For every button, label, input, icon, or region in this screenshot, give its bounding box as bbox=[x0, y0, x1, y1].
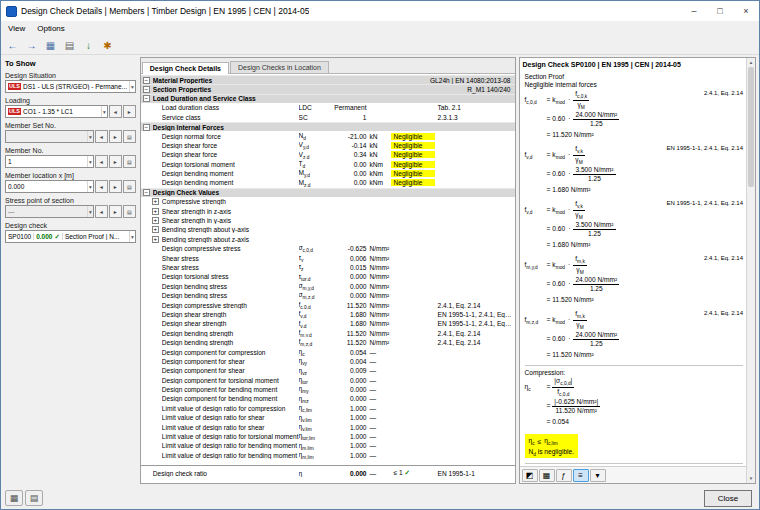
table-row[interactable]: Design component for compressionηc0.054— bbox=[141, 347, 515, 356]
table-row[interactable]: Design bending strengthfm,y,d11.520N/mm²… bbox=[141, 329, 515, 338]
table-row[interactable]: Design compressive stressσc,0,d-0.625N/m… bbox=[141, 244, 515, 253]
previous-location-button[interactable]: ◄ bbox=[95, 180, 108, 193]
member-set-select[interactable]: ▾ bbox=[5, 130, 94, 143]
scroll-thumb[interactable] bbox=[748, 67, 754, 187]
menu-item-view[interactable]: View bbox=[8, 24, 25, 33]
table-row[interactable]: Design component for bending momentηmy0.… bbox=[141, 385, 515, 394]
member-set-list-button[interactable]: ▤ bbox=[123, 130, 136, 143]
close-button[interactable]: Close bbox=[704, 490, 752, 507]
expander-icon[interactable]: + bbox=[152, 198, 159, 205]
table-row[interactable]: Design bending strengthfm,z,d11.520N/mm²… bbox=[141, 338, 515, 347]
expander-icon[interactable]: + bbox=[152, 236, 159, 243]
tab-design-check-details[interactable]: Design Check Details bbox=[142, 62, 229, 74]
scroll-up-icon[interactable]: ▲ bbox=[747, 58, 755, 67]
panel-toggle-button[interactable]: ▦ bbox=[5, 490, 23, 506]
table-row[interactable]: Design component for torsional momentηto… bbox=[141, 376, 515, 385]
member-location-select[interactable]: 0.000 ▾ bbox=[5, 180, 94, 193]
settings-icon[interactable]: ✱ bbox=[99, 37, 116, 53]
table-row[interactable]: Design component for shearηvz0.009— bbox=[141, 366, 515, 375]
table-row[interactable]: Design component for bending momentηmz0.… bbox=[141, 394, 515, 403]
loading-select[interactable]: ULS CO1 - 1.35 * LC1 ▾ bbox=[5, 105, 108, 118]
table-row[interactable]: +Compressive strength bbox=[141, 197, 515, 206]
location-list-button[interactable]: ▤ bbox=[123, 180, 136, 193]
previous-member-button[interactable]: ◄ bbox=[95, 155, 108, 168]
table-row[interactable]: Design bending stressσm,y,d0.000N/mm² bbox=[141, 282, 515, 291]
table-row[interactable]: Design torsional stressτtor,d0.000N/mm² bbox=[141, 272, 515, 281]
table-row[interactable]: Design shear strengthfv,d1.680N/mm²EN 19… bbox=[141, 319, 515, 328]
previous-loading-button[interactable]: ◄ bbox=[109, 105, 122, 118]
expander-icon[interactable]: − bbox=[143, 86, 150, 93]
member-list-button[interactable]: ▤ bbox=[123, 155, 136, 168]
table-row[interactable]: Design normal forceNd-21.00kNNegligible bbox=[141, 131, 515, 140]
expander-icon[interactable]: − bbox=[143, 189, 150, 196]
expander-icon[interactable]: + bbox=[152, 217, 159, 224]
group-row[interactable]: −Material PropertiesGL24h | EN 14080:201… bbox=[141, 75, 515, 84]
table-row[interactable]: Design shear forceVz,d0.34kNNegligible bbox=[141, 150, 515, 159]
table-row[interactable]: Design shear strengthfv,d1.680N/mm²EN 19… bbox=[141, 310, 515, 319]
expander-icon[interactable]: − bbox=[143, 95, 150, 102]
next-member-button[interactable]: ► bbox=[109, 155, 122, 168]
table-row[interactable]: Design bending momentMy,d0.00kNmNegligib… bbox=[141, 169, 515, 178]
expander-icon[interactable]: − bbox=[143, 124, 150, 131]
table-row[interactable]: +Shear strength in y-axis bbox=[141, 216, 515, 225]
stress-point-select[interactable]: — ▾ bbox=[5, 205, 94, 218]
group-row[interactable]: −Design Check Values bbox=[141, 188, 515, 197]
table-row[interactable]: Design shear forceVy,d-0.14kNNegligible bbox=[141, 141, 515, 150]
table-row[interactable]: Shear stressτz0.015N/mm² bbox=[141, 263, 515, 272]
previous-stress-point-button[interactable]: ◄ bbox=[95, 205, 108, 218]
minimize-button[interactable]: – bbox=[681, 1, 707, 21]
table-row[interactable]: Limit value of design ratio for shearηv,… bbox=[141, 413, 515, 422]
table-row[interactable]: Shear stressτy0.006N/mm² bbox=[141, 253, 515, 262]
expander-icon[interactable]: + bbox=[152, 208, 159, 215]
stress-point-diagram-icon[interactable]: ◩ bbox=[522, 469, 538, 482]
maximize-button[interactable]: □ bbox=[707, 1, 733, 21]
group-row[interactable]: −Section PropertiesR_M1 140/240 bbox=[141, 84, 515, 93]
title-bar[interactable]: Design Check Details | Members | Timber … bbox=[1, 1, 759, 21]
export-icon[interactable]: ↓ bbox=[80, 37, 97, 53]
scroll-down-icon[interactable]: ▼ bbox=[747, 474, 755, 483]
close-window-button[interactable]: × bbox=[733, 1, 759, 21]
expander-icon[interactable]: + bbox=[152, 226, 159, 233]
table-row[interactable]: Limit value of design ratio for bending … bbox=[141, 441, 515, 450]
next-location-button[interactable]: ► bbox=[109, 180, 122, 193]
formula-options-dropdown[interactable]: ▾ bbox=[590, 469, 606, 482]
values-display-icon[interactable]: ▦ bbox=[539, 469, 555, 482]
expander-icon[interactable]: − bbox=[143, 77, 150, 84]
tab-design-checks-in-location[interactable]: Design Checks in Location bbox=[230, 61, 329, 73]
table-row[interactable]: +Bending strength about y-axis bbox=[141, 225, 515, 234]
table-row[interactable]: Load duration classLDCPermanentTab. 2.1 bbox=[141, 103, 515, 112]
next-stress-point-button[interactable]: ► bbox=[109, 205, 122, 218]
group-row[interactable]: −Design Internal Forces bbox=[141, 122, 515, 131]
table-row[interactable]: Service classSC12.3.1.3 bbox=[141, 113, 515, 122]
detailed-formula-view-icon[interactable]: ≡ bbox=[573, 469, 589, 482]
group-row[interactable]: −Load Duration and Service Class bbox=[141, 94, 515, 103]
table-row[interactable]: Design bending stressσm,z,d0.000N/mm² bbox=[141, 291, 515, 300]
next-member-set-button[interactable]: ► bbox=[109, 130, 122, 143]
design-check-ratio-row[interactable]: Design check ratioη0.000—≤ 1 ✓EN 1995-1-… bbox=[141, 465, 515, 478]
table-row[interactable]: Design component for shearηvy0.004— bbox=[141, 357, 515, 366]
table-row[interactable]: +Shear strength in z-axis bbox=[141, 206, 515, 215]
member-no-select[interactable]: 1 ▾ bbox=[5, 155, 94, 168]
table-row[interactable]: Design bending momentMz,d0.00kNmNegligib… bbox=[141, 178, 515, 187]
design-situation-select[interactable]: ULS DS1 - ULS (STR/GEO) - Permane... ▾ bbox=[5, 80, 136, 93]
table-row[interactable]: Limit value of design ratio for shearηv,… bbox=[141, 422, 515, 431]
design-check-select[interactable]: SP0100 0.000 ✓ Section Proof | N... ▾ bbox=[5, 230, 136, 243]
table-row[interactable]: Limit value of design ratio for torsiona… bbox=[141, 432, 515, 441]
table-row[interactable]: Limit value of design ratio for bending … bbox=[141, 451, 515, 460]
stress-point-list-button[interactable]: ▤ bbox=[123, 205, 136, 218]
proof-scrollbar[interactable]: ▲ ▼ bbox=[746, 58, 755, 483]
formula-view-icon[interactable]: ƒ bbox=[556, 469, 572, 482]
report-button[interactable]: ▤ bbox=[25, 490, 43, 506]
table-row[interactable]: Design torsional momentTd0.00kNmNegligib… bbox=[141, 160, 515, 169]
select-member-icon[interactable]: ▦ bbox=[42, 37, 59, 53]
next-loading-button[interactable]: ► bbox=[123, 105, 136, 118]
previous-member-set-button[interactable]: ◄ bbox=[95, 130, 108, 143]
row-label: Bending strength about y-axis bbox=[162, 226, 513, 233]
print-icon[interactable]: ▤ bbox=[61, 37, 78, 53]
menu-item-options[interactable]: Options bbox=[37, 24, 65, 33]
go-to-previous-check-icon[interactable]: ← bbox=[4, 37, 21, 53]
go-to-next-check-icon[interactable]: → bbox=[23, 37, 40, 53]
table-row[interactable]: Limit value of design ratio for compress… bbox=[141, 404, 515, 413]
table-row[interactable]: Design compressive strengthfc,0,d11.520N… bbox=[141, 300, 515, 309]
table-row[interactable]: +Bending strength about z-axis bbox=[141, 235, 515, 244]
